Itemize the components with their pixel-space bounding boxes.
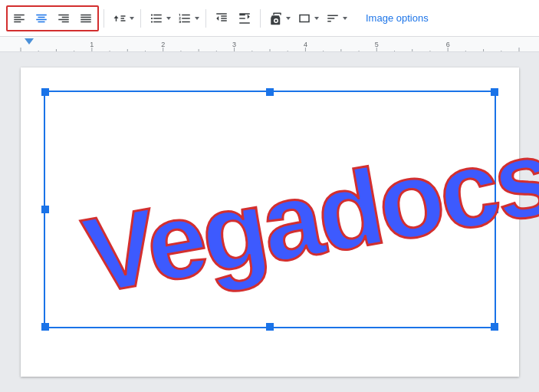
line-spacing-button[interactable] xyxy=(109,8,136,29)
format-button[interactable] xyxy=(265,8,292,29)
svg-rect-10 xyxy=(58,18,69,20)
handle-top-middle[interactable] xyxy=(266,88,274,96)
svg-rect-12 xyxy=(81,14,91,15)
handle-middle-left[interactable] xyxy=(41,206,49,213)
svg-rect-2 xyxy=(14,18,25,20)
svg-rect-9 xyxy=(62,16,69,18)
format-arrow xyxy=(286,17,291,20)
image-box[interactable]: Vegadocs xyxy=(44,91,496,328)
handle-top-left[interactable] xyxy=(41,88,49,96)
more-options-button[interactable] xyxy=(322,8,349,29)
line-spacing-icon xyxy=(110,8,129,29)
svg-rect-1 xyxy=(14,16,21,18)
paragraph-style-button[interactable] xyxy=(294,8,320,29)
numbered-list-arrow xyxy=(195,17,199,20)
svg-rect-4 xyxy=(36,14,47,15)
image-options-button[interactable]: Image options xyxy=(357,8,438,28)
bulleted-list-icon xyxy=(147,8,166,29)
svg-rect-5 xyxy=(38,16,45,18)
handle-bottom-left[interactable] xyxy=(41,323,49,331)
separator-3 xyxy=(205,9,206,28)
align-center-button[interactable] xyxy=(31,8,52,29)
svg-rect-3 xyxy=(14,21,21,22)
align-left-button[interactable] xyxy=(8,8,30,29)
svg-rect-11 xyxy=(62,21,69,22)
svg-rect-15 xyxy=(81,21,91,22)
separator-4 xyxy=(260,9,261,28)
svg-rect-8 xyxy=(58,14,69,15)
separator-2 xyxy=(140,9,141,28)
svg-rect-13 xyxy=(81,16,91,18)
bulleted-list-arrow xyxy=(166,17,171,20)
document-area: Vegadocs xyxy=(0,52,539,392)
handle-bottom-right[interactable] xyxy=(491,323,498,331)
numbered-list-button[interactable] xyxy=(174,8,201,29)
align-right-button[interactable] xyxy=(53,8,74,29)
watermark-text: Vegadocs xyxy=(75,114,539,318)
numbered-list-icon xyxy=(176,8,194,29)
ruler-marker xyxy=(25,38,34,44)
paragraph-style-arrow xyxy=(314,17,319,20)
alignment-group xyxy=(6,5,99,31)
handle-top-right[interactable] xyxy=(491,88,498,96)
more-options-arrow xyxy=(343,17,347,20)
svg-rect-7 xyxy=(38,21,45,22)
paragraph-style-icon xyxy=(295,8,314,29)
increase-indent-button[interactable] xyxy=(234,8,255,29)
svg-rect-6 xyxy=(36,18,47,20)
bulleted-list-button[interactable] xyxy=(146,8,173,29)
decrease-indent-button[interactable] xyxy=(211,8,232,29)
format-icon xyxy=(267,8,285,29)
separator-1 xyxy=(104,9,104,28)
align-justify-button[interactable] xyxy=(75,8,97,29)
handle-bottom-middle[interactable] xyxy=(266,323,274,331)
more-options-icon xyxy=(324,8,342,29)
toolbar: Image options xyxy=(0,0,539,37)
svg-rect-0 xyxy=(14,14,25,15)
ruler xyxy=(0,37,539,52)
svg-rect-14 xyxy=(81,18,91,20)
image-options-label: Image options xyxy=(366,12,429,24)
document-page: Vegadocs xyxy=(21,68,519,377)
line-spacing-arrow xyxy=(130,17,134,20)
